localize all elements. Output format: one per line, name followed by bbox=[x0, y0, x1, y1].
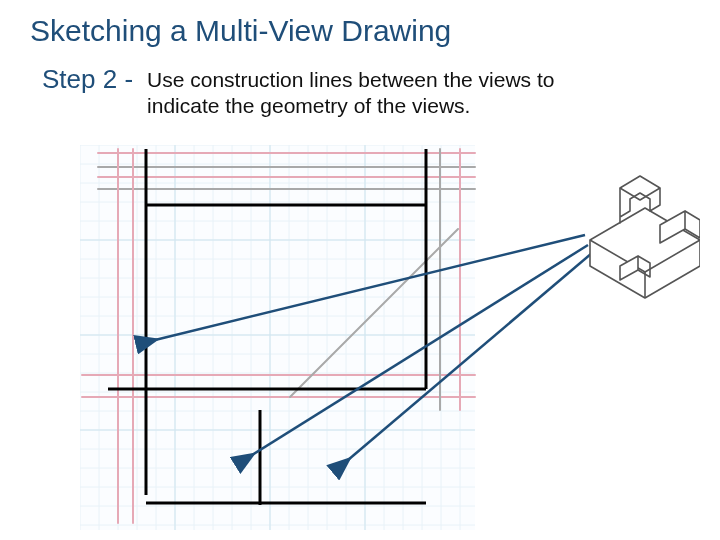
step-line: Step 2 - Use construction lines between … bbox=[42, 64, 627, 120]
page-title: Sketching a Multi-View Drawing bbox=[30, 14, 451, 48]
step-label: Step 2 - bbox=[42, 64, 133, 95]
svg-rect-0 bbox=[80, 145, 475, 530]
isometric-icon bbox=[590, 176, 700, 298]
step-body: Use construction lines between the views… bbox=[147, 64, 627, 120]
grid-paper bbox=[80, 145, 475, 530]
figure bbox=[80, 145, 700, 530]
